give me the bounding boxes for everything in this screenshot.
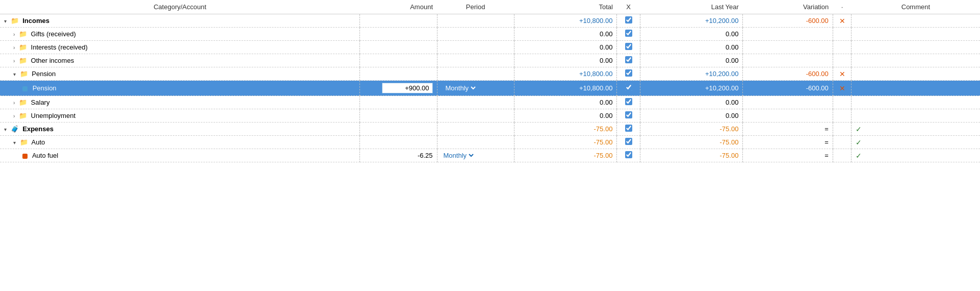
- header-amount: Amount: [360, 0, 437, 14]
- period-cell: [437, 109, 514, 123]
- table-row: › 📁 Interests (received) 0.00 0.00: [0, 41, 980, 54]
- period-cell[interactable]: MonthlyWeeklyYearlyDaily: [437, 149, 514, 162]
- total-value: +10,800.00: [579, 84, 612, 92]
- comment-cell: ✓: [852, 123, 980, 136]
- row-checkbox[interactable]: [625, 56, 632, 63]
- row-checkbox[interactable]: [625, 69, 632, 77]
- chevron-down-icon: ▾: [4, 18, 7, 24]
- comment-cell: [852, 41, 980, 54]
- lastyear-cell: +10,200.00: [640, 81, 743, 96]
- row-checkbox[interactable]: [625, 125, 632, 132]
- checkbox-cell[interactable]: [617, 67, 640, 81]
- folder-icon: 📁: [20, 138, 28, 146]
- row-checkbox[interactable]: [625, 111, 632, 118]
- delete-button[interactable]: ✕: [839, 70, 845, 78]
- comment-cell: [852, 109, 980, 123]
- chevron-right-icon[interactable]: ›: [13, 113, 15, 119]
- comment-cell: [852, 28, 980, 41]
- amount-cell: [360, 136, 437, 149]
- checkbox-cell[interactable]: [617, 54, 640, 67]
- total-cell: +10,800.00: [514, 14, 617, 28]
- row-checkbox[interactable]: [625, 138, 632, 145]
- total-value: -75.00: [594, 125, 613, 133]
- total-cell: 0.00: [514, 41, 617, 54]
- row-checkbox[interactable]: [625, 98, 632, 105]
- amount-cell[interactable]: [360, 81, 437, 96]
- chevron-down-icon[interactable]: ▾: [13, 140, 16, 146]
- total-value: 0.00: [600, 112, 612, 119]
- lastyear-cell: +10,200.00: [640, 67, 743, 81]
- period-cell: [437, 96, 514, 109]
- row-checkbox[interactable]: [625, 84, 632, 91]
- amount-cell: [360, 109, 437, 123]
- period-cell: [437, 123, 514, 136]
- lastyear-cell: 0.00: [640, 109, 743, 123]
- variation-value: =: [824, 152, 829, 159]
- checkbox-cell[interactable]: [617, 81, 640, 96]
- comment-cell: [852, 54, 980, 67]
- lastyear-cell: 0.00: [640, 41, 743, 54]
- period-select[interactable]: MonthlyWeeklyYearlyDaily: [442, 84, 477, 92]
- lastyear-value: 0.00: [726, 30, 738, 38]
- chevron-right-icon[interactable]: ›: [13, 32, 15, 37]
- row-checkbox[interactable]: [625, 30, 632, 37]
- category-cell: Auto fuel: [0, 149, 360, 162]
- variation-value: -600.00: [806, 17, 829, 25]
- dot-cell: [833, 96, 852, 109]
- dot-cell: [833, 54, 852, 67]
- dot-cell[interactable]: ✕: [833, 14, 852, 28]
- amount-cell: [360, 96, 437, 109]
- lastyear-cell: 0.00: [640, 96, 743, 109]
- chevron-right-icon[interactable]: ›: [13, 58, 15, 64]
- checkbox-cell[interactable]: [617, 149, 640, 162]
- checkbox-cell[interactable]: [617, 96, 640, 109]
- checkbox-cell[interactable]: [617, 109, 640, 123]
- total-cell: -75.00: [514, 149, 617, 162]
- total-cell: 0.00: [514, 96, 617, 109]
- amount-input[interactable]: [382, 83, 433, 93]
- dot-cell[interactable]: ✕: [833, 67, 852, 81]
- delete-button[interactable]: ✕: [839, 84, 845, 92]
- checkbox-cell[interactable]: [617, 41, 640, 54]
- dot-cell[interactable]: ✕: [833, 81, 852, 96]
- variation-value: =: [824, 125, 829, 133]
- lastyear-value: 0.00: [726, 57, 738, 64]
- header-comment: Comment: [852, 0, 980, 14]
- budget-table: Category/Account Amount Period Total X L…: [0, 0, 980, 162]
- chevron-down-icon[interactable]: ▾: [13, 71, 16, 77]
- checkbox-cell[interactable]: [617, 14, 640, 28]
- category-label: Incomes: [22, 17, 49, 25]
- amount-cell: [360, 41, 437, 54]
- chevron-right-icon[interactable]: ›: [13, 100, 15, 106]
- variation-cell: -600.00: [743, 81, 833, 96]
- total-value: -75.00: [594, 152, 613, 159]
- row-checkbox[interactable]: [625, 151, 632, 158]
- folder-icon: 📁: [19, 30, 27, 38]
- row-checkbox[interactable]: [625, 16, 632, 23]
- category-cell: Pension: [0, 81, 360, 96]
- total-value: 0.00: [600, 99, 612, 106]
- period-cell: [437, 54, 514, 67]
- comment-cell: [852, 14, 980, 28]
- chevron-right-icon[interactable]: ›: [13, 45, 15, 51]
- header-variation: Variation: [743, 0, 833, 14]
- period-cell[interactable]: MonthlyWeeklyYearlyDaily: [437, 81, 514, 96]
- total-cell: 0.00: [514, 28, 617, 41]
- amount-cell: [360, 54, 437, 67]
- amount-cell: [360, 28, 437, 41]
- category-label: Pension: [33, 84, 57, 92]
- variation-value: =: [824, 138, 829, 146]
- comment-cell: ✓: [852, 136, 980, 149]
- checkbox-cell[interactable]: [617, 136, 640, 149]
- variation-cell: [743, 109, 833, 123]
- period-select[interactable]: MonthlyWeeklyYearlyDaily: [442, 151, 475, 160]
- category-cell: ▾ 📁 Pension: [0, 67, 360, 81]
- checkbox-cell[interactable]: [617, 28, 640, 41]
- category-label: Unemployment: [31, 112, 75, 119]
- variation-cell: [743, 28, 833, 41]
- delete-button[interactable]: ✕: [839, 17, 845, 25]
- row-checkbox[interactable]: [625, 43, 632, 50]
- table-row: ▾ 🧳 Expenses -75.00 -75.00 = ✓: [0, 123, 980, 136]
- total-cell: +10,800.00: [514, 67, 617, 81]
- checkbox-cell[interactable]: [617, 123, 640, 136]
